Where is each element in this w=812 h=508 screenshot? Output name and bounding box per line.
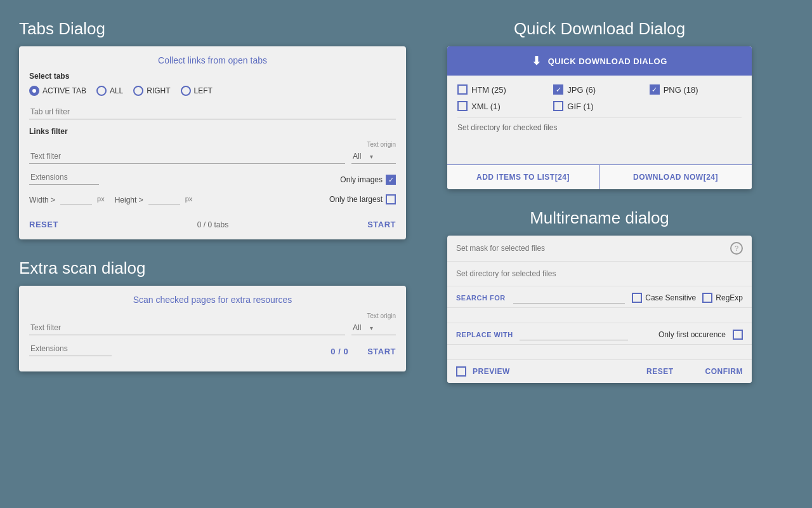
replace-with-input[interactable] bbox=[520, 328, 628, 340]
extra-scan-title: Extra scan dialog bbox=[19, 258, 406, 278]
text-origin-select[interactable]: All Href Text bbox=[351, 149, 369, 163]
replace-with-options: Only first occurence bbox=[634, 330, 743, 340]
only-first-occurence-checkbox[interactable] bbox=[733, 330, 743, 340]
extra-scan-text-origin-select[interactable]: All Href Text bbox=[351, 321, 369, 335]
radio-right-label: RIGHT bbox=[147, 86, 170, 95]
filetype-xml[interactable]: XML (1) bbox=[457, 101, 549, 111]
filetype-xml-label: XML (1) bbox=[471, 102, 501, 111]
directory-input[interactable] bbox=[456, 268, 743, 279]
filetype-xml-checkbox[interactable] bbox=[457, 101, 468, 111]
quick-download-title: Quick Download Dialog bbox=[406, 19, 793, 39]
extra-scan-extensions-input[interactable] bbox=[29, 342, 112, 356]
replace-with-row: REPLACE WITH Only first occurence bbox=[447, 323, 752, 345]
search-for-options: Case Sensitive RegExp bbox=[631, 293, 743, 303]
extensions-row: Only images bbox=[29, 170, 396, 185]
extra-scan-text-filter-input[interactable] bbox=[29, 321, 345, 335]
tab-url-filter-input[interactable] bbox=[29, 105, 396, 119]
width-input[interactable] bbox=[60, 191, 92, 204]
download-icon: ⬇ bbox=[532, 54, 542, 68]
directory-row bbox=[447, 262, 752, 286]
filetype-gif-checkbox[interactable] bbox=[553, 101, 563, 111]
links-filter-label: Links filter bbox=[29, 127, 396, 136]
quick-download-dialog-title: QUICK DOWNLOAD DIALOG bbox=[548, 57, 667, 66]
extensions-input[interactable] bbox=[29, 170, 99, 185]
mr-reset-button[interactable]: RESET bbox=[646, 367, 674, 376]
quick-download-actions: ADD ITEMS TO LIST[24] DOWNLOAD NOW[24] bbox=[447, 164, 752, 189]
radio-left-label: LEFT bbox=[194, 86, 213, 95]
filetype-jpg-checkbox[interactable] bbox=[553, 84, 563, 95]
extra-scan-chevron-icon: ▾ bbox=[370, 324, 373, 331]
search-for-label: SEARCH FOR bbox=[456, 294, 507, 302]
mask-row: ? bbox=[447, 236, 752, 262]
filetype-htm[interactable]: HTM (25) bbox=[457, 84, 549, 95]
radio-left[interactable]: LEFT bbox=[181, 86, 213, 96]
radio-all[interactable]: ALL bbox=[96, 86, 123, 96]
filetype-htm-label: HTM (25) bbox=[471, 85, 506, 95]
tabs-dialog: Collect links from open tabs Select tabs… bbox=[19, 46, 406, 239]
text-filter-row: Text origin All Href Text ▾ bbox=[29, 141, 396, 164]
filetype-png-checkbox[interactable] bbox=[650, 84, 660, 95]
radio-all-circle bbox=[96, 86, 107, 96]
tabs-status-text: 0 / 0 tabs bbox=[197, 220, 228, 229]
size-filter-row: Width > px Height > px Only the largest bbox=[29, 191, 396, 204]
preview-button[interactable]: PREVIEW bbox=[473, 367, 510, 376]
radio-right-circle bbox=[133, 86, 143, 96]
reset-button[interactable]: RESET bbox=[29, 220, 58, 229]
tabs-radio-group: ACTIVE TAB ALL RIGHT LEFT bbox=[29, 86, 396, 96]
download-now-button[interactable]: DOWNLOAD NOW[24] bbox=[599, 165, 752, 189]
text-origin-chevron-icon: ▾ bbox=[370, 153, 373, 160]
radio-active-tab-circle bbox=[29, 86, 39, 96]
height-input[interactable] bbox=[148, 191, 180, 204]
confirm-button[interactable]: CONFIRM bbox=[705, 367, 743, 376]
multirename-dialog: ? SEARCH FOR Case Sensitive bbox=[447, 236, 752, 383]
text-filter-input[interactable] bbox=[29, 149, 345, 164]
extra-scan-dialog: Scan checked pages for extra resources T… bbox=[19, 286, 406, 371]
multirename-footer: PREVIEW RESET CONFIRM bbox=[447, 360, 752, 383]
start-button[interactable]: START bbox=[367, 220, 396, 229]
select-tabs-label: Select tabs bbox=[29, 72, 396, 81]
height-label: Height > bbox=[115, 196, 143, 204]
text-origin-group: Text origin All Href Text ▾ bbox=[351, 141, 396, 164]
filetype-gif[interactable]: GIF (1) bbox=[553, 101, 645, 111]
help-icon[interactable]: ? bbox=[730, 242, 743, 255]
only-first-occurence-item[interactable]: Only first occurence bbox=[658, 330, 743, 340]
mask-input[interactable] bbox=[456, 243, 724, 254]
regexp-item[interactable]: RegExp bbox=[702, 293, 743, 303]
extra-scan-header: Scan checked pages for extra resources bbox=[29, 295, 396, 305]
only-images-checkbox-item[interactable]: Only images bbox=[340, 175, 396, 185]
extra-scan-text-origin-select-wrapper[interactable]: All Href Text ▾ bbox=[351, 321, 396, 335]
search-for-input[interactable] bbox=[513, 291, 625, 304]
tabs-dialog-footer: RESET 0 / 0 tabs START bbox=[29, 215, 396, 231]
case-sensitive-item[interactable]: Case Sensitive bbox=[632, 293, 696, 303]
regexp-checkbox[interactable] bbox=[702, 293, 712, 303]
search-for-row: SEARCH FOR Case Sensitive RegExp bbox=[447, 286, 752, 308]
radio-right[interactable]: RIGHT bbox=[133, 86, 170, 96]
filetype-png-label: PNG (18) bbox=[664, 85, 698, 95]
extra-scan-start-button[interactable]: START bbox=[367, 347, 396, 356]
only-images-checkbox[interactable] bbox=[386, 175, 396, 185]
only-largest-checkbox[interactable] bbox=[386, 194, 396, 204]
filetype-gif-label: GIF (1) bbox=[567, 102, 593, 111]
file-types-grid: HTM (25) JPG (6) PNG (18) bbox=[457, 84, 742, 111]
height-px-label: px bbox=[185, 195, 193, 204]
text-origin-select-wrapper[interactable]: All Href Text ▾ bbox=[351, 149, 396, 164]
case-sensitive-checkbox[interactable] bbox=[632, 293, 642, 303]
quick-download-dialog-header: ⬇ QUICK DOWNLOAD DIALOG bbox=[447, 46, 752, 76]
quick-download-dialog: ⬇ QUICK DOWNLOAD DIALOG HTM (25) JPG ( bbox=[447, 46, 752, 189]
filetype-png[interactable]: PNG (18) bbox=[650, 84, 742, 95]
extra-scan-text-origin-group: Text origin All Href Text ▾ bbox=[351, 312, 396, 335]
radio-active-tab[interactable]: ACTIVE TAB bbox=[29, 86, 86, 96]
search-input-spacer bbox=[447, 308, 752, 323]
filetype-htm-checkbox[interactable] bbox=[457, 84, 468, 95]
extra-scan-extensions-row: 0 / 0 START bbox=[29, 342, 396, 356]
width-px-label: px bbox=[97, 195, 105, 204]
filetype-jpg-label: JPG (6) bbox=[567, 85, 596, 95]
case-sensitive-label: Case Sensitive bbox=[645, 293, 696, 302]
filetype-jpg[interactable]: JPG (6) bbox=[553, 84, 645, 95]
radio-all-label: ALL bbox=[110, 86, 123, 95]
tabs-dialog-header: Collect links from open tabs bbox=[29, 55, 396, 65]
preview-checkbox[interactable] bbox=[456, 366, 466, 377]
only-largest-checkbox-item[interactable]: Only the largest bbox=[329, 194, 396, 204]
width-label: Width > bbox=[29, 196, 55, 204]
add-items-button[interactable]: ADD ITEMS TO LIST[24] bbox=[447, 165, 599, 189]
